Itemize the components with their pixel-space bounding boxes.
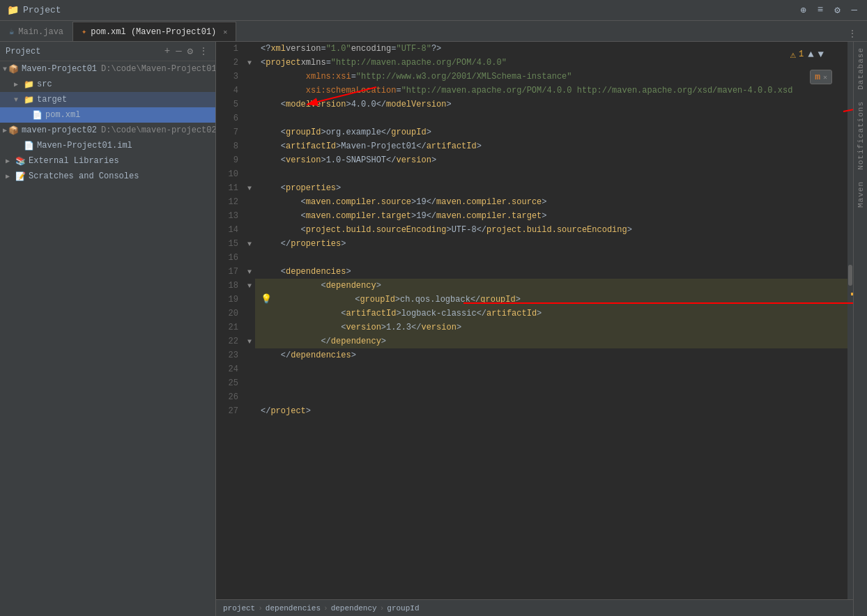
gutter-19	[244, 293, 255, 307]
scrollbar-thumb[interactable]	[848, 265, 852, 286]
add-content-button[interactable]: ⊕	[797, 3, 808, 17]
sidebar-more-button[interactable]: ⋮	[197, 44, 210, 59]
gutter-6	[244, 111, 255, 125]
line-num-10: 10	[216, 167, 238, 181]
maven-button[interactable]: m ✕	[810, 70, 832, 84]
gutter-fold-17[interactable]: ▼	[244, 265, 255, 279]
tab-main-java[interactable]: ☕ Main.java	[0, 22, 72, 41]
sidebar: Project + — ⚙ ⋮ ▼ 📦 Maven-Project01 D:\c…	[0, 42, 216, 616]
gutter-fold-2[interactable]: ▼	[244, 56, 255, 70]
gutter-25	[244, 376, 255, 390]
tree-arrow-scratches[interactable]: ▶	[6, 172, 14, 180]
code-line-17: <dependencies>	[255, 265, 847, 279]
line-num-16: 16	[216, 251, 238, 265]
minimize-button[interactable]: —	[849, 3, 860, 17]
line-num-15: 15	[216, 237, 238, 251]
warning-count: 1	[799, 49, 804, 59]
title-text: Project	[23, 5, 61, 15]
tab-more-button[interactable]: ⋮	[845, 26, 860, 41]
gutter-20	[244, 307, 255, 321]
tree-arrow-src[interactable]: ▶	[14, 80, 22, 88]
warning-icon: ⚠	[790, 49, 796, 61]
scrollbar-warning-mark	[851, 293, 853, 295]
title-bar-controls: ⊕ ≡ ⚙ —	[797, 3, 860, 17]
gutter-fold-22[interactable]: ▼	[244, 334, 255, 348]
tab-pom-xml-label: pom.xml (Maven-Project01)	[91, 27, 216, 37]
gutter-13	[244, 209, 255, 223]
sidebar-collapse-button[interactable]: —	[174, 44, 183, 59]
tree-item-maven-project01[interactable]: ▼ 📦 Maven-Project01 D:\code\Maven-Projec…	[0, 61, 215, 77]
tree-item-target[interactable]: ▼ 📁 target	[0, 92, 215, 107]
code-line-24	[255, 362, 847, 376]
tree-arrow-maven-project02[interactable]: ▶	[3, 126, 7, 134]
tab-close-button[interactable]: ✕	[223, 28, 227, 36]
tree-arrow-target[interactable]: ▼	[14, 96, 22, 104]
database-panel-label[interactable]: Database	[855, 42, 866, 95]
gutter-4	[244, 84, 255, 98]
src-folder-icon: 📁	[24, 79, 34, 90]
warning-nav: ▲ ▼	[806, 47, 825, 61]
tree-arrow-maven-project01[interactable]: ▼	[3, 66, 7, 73]
code-line-2: <project xmlns="http://maven.apache.org/…	[255, 56, 847, 70]
breadcrumb-sep-3: ›	[380, 604, 385, 613]
tab-pom-xml[interactable]: ✦ pom.xml (Maven-Project01) ✕	[72, 22, 236, 41]
tree-label-external-libraries: External Libraries	[29, 156, 119, 166]
sidebar-add-button[interactable]: +	[163, 44, 171, 59]
code-line-18: <dependency>	[255, 279, 847, 293]
gutter-21	[244, 321, 255, 334]
tree-item-pom-xml[interactable]: 📄 pom.xml	[0, 107, 215, 123]
tree-path-maven-project01: D:\code\Maven-Project01	[101, 64, 215, 74]
tree-item-external-libraries[interactable]: ▶ 📚 External Libraries	[0, 153, 215, 169]
gutter-fold-18[interactable]: ▼	[244, 279, 255, 293]
sidebar-title: Project	[6, 47, 40, 56]
editor[interactable]: 1 2 3 4 5 6 7 8 9 10 11 12 13 14 15 16 1…	[216, 42, 853, 599]
notifications-panel-label[interactable]: Notifications	[855, 95, 866, 176]
tree-item-src[interactable]: ▶ 📁 src	[0, 77, 215, 92]
line-num-7: 7	[216, 125, 238, 139]
gutter-fold-11[interactable]: ▼	[244, 181, 255, 195]
maven-btn-close[interactable]: ✕	[823, 73, 827, 82]
warning-prev-button[interactable]: ▲	[806, 47, 815, 61]
layout-button[interactable]: ≡	[815, 3, 826, 17]
code-line-21: <version>1.2.3</version>	[255, 321, 847, 334]
tree-item-maven-project02[interactable]: ▶ 📦 maven-project02 D:\code\maven-projec…	[0, 123, 215, 138]
tree-label-scratches: Scratches and Consoles	[29, 171, 139, 181]
code-line-7: <groupId>org.example</groupId>	[255, 125, 847, 139]
gutter-23	[244, 348, 255, 362]
tree-item-scratches[interactable]: ▶ 📝 Scratches and Consoles	[0, 169, 215, 184]
breadcrumb-groupid[interactable]: groupId	[387, 604, 419, 613]
line-num-26: 26	[216, 390, 238, 404]
title-bar: 📁 Project ⊕ ≡ ⚙ —	[0, 0, 867, 21]
tree-item-maven-project01-iml[interactable]: 📄 Maven-Project01.iml	[0, 138, 215, 153]
tree-arrow-external-libs[interactable]: ▶	[6, 157, 14, 165]
warning-next-button[interactable]: ▼	[817, 47, 825, 61]
code-content[interactable]: <?xml version="1.0" encoding="UTF-8"?> <…	[255, 42, 847, 599]
gutter-27	[244, 404, 255, 418]
code-line-19: 💡 <groupId>ch.qos.logback</groupId>	[255, 293, 847, 307]
settings-button[interactable]: ⚙	[831, 3, 843, 17]
line-num-13: 13	[216, 209, 238, 223]
tab-bar: ☕ Main.java ✦ pom.xml (Maven-Project01) …	[0, 21, 867, 42]
code-line-25	[255, 376, 847, 390]
code-line-15: </properties>	[255, 237, 847, 251]
iml-file-icon: 📄	[24, 141, 34, 151]
line-num-17: 17	[216, 265, 238, 279]
tree-label-maven-project02: maven-project02	[22, 125, 97, 135]
line-num-5: 5	[216, 98, 238, 111]
maven-btn-icon: m	[815, 72, 820, 82]
tree-label-maven-project01: Maven-Project01	[22, 64, 97, 74]
gutter-fold-15[interactable]: ▼	[244, 237, 255, 251]
editor-scrollbar[interactable]	[847, 42, 853, 599]
line-num-25: 25	[216, 376, 238, 390]
line-num-27: 27	[216, 404, 238, 418]
sidebar-settings-button[interactable]: ⚙	[186, 44, 194, 59]
line-num-2: 2	[216, 56, 238, 70]
breadcrumb-dependencies[interactable]: dependencies	[266, 604, 321, 613]
sidebar-header: Project + — ⚙ ⋮	[0, 42, 215, 61]
breadcrumb-project[interactable]: project	[223, 604, 255, 613]
code-line-9: <version>1.0-SNAPSHOT</version>	[255, 153, 847, 167]
target-folder-icon: 📁	[24, 95, 34, 105]
scratches-icon: 📝	[15, 171, 26, 182]
maven-panel-label[interactable]: Maven	[855, 176, 866, 213]
breadcrumb-dependency[interactable]: dependency	[331, 604, 377, 613]
